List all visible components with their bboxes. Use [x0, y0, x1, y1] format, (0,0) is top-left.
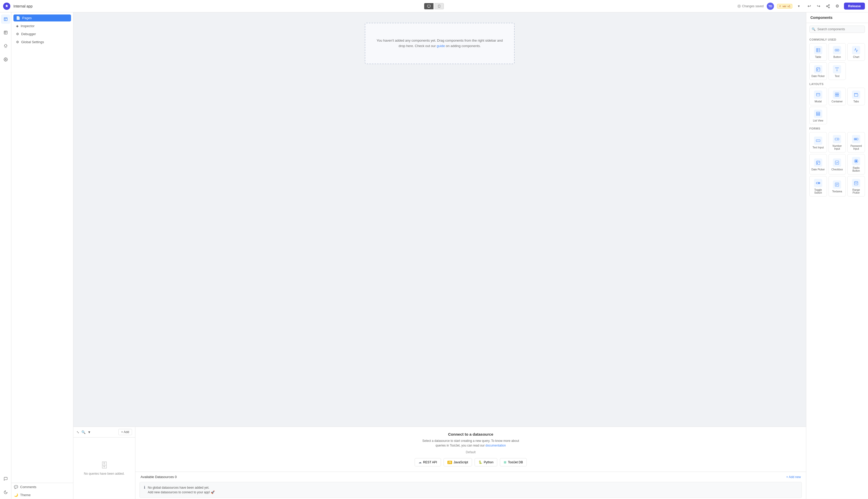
global-settings-icon: ⚙ [16, 40, 19, 44]
javascript-label: JavaScript [454, 461, 468, 464]
table-icon [814, 46, 822, 54]
main-layout: 📄 Pages ◈ Inspector ⚙ Debugger ⚙ Global … [0, 12, 868, 499]
rest-api-icon: ☁ [418, 461, 422, 464]
sidebar-item-comments[interactable] [1, 474, 10, 484]
component-text[interactable]: Text [829, 62, 846, 80]
docs-link[interactable]: documentation [486, 444, 506, 447]
version-dropdown-button[interactable]: ▾ [795, 3, 803, 10]
layouts-label: Layouts [809, 83, 865, 86]
component-number-input[interactable]: Number Input [829, 132, 846, 153]
nav-item-debugger[interactable]: ⚙ Debugger [13, 31, 71, 37]
nav-item-inspector[interactable]: ◈ Inspector [13, 23, 71, 29]
checkbox-icon [833, 158, 841, 167]
sidebar-item-pages[interactable] [1, 14, 10, 24]
sidebar-item-global-settings[interactable] [1, 55, 10, 64]
component-password-input[interactable]: Password Input [847, 132, 865, 153]
component-table[interactable]: Table [809, 43, 827, 61]
sidebar-item-inspector[interactable] [1, 28, 10, 37]
release-button[interactable]: Release [844, 3, 865, 10]
debugger-icon: ⚙ [16, 32, 19, 36]
text-input-label: Text Input [813, 146, 823, 149]
save-status: Changes saved [737, 4, 764, 8]
component-checkbox[interactable]: Checkbox [829, 154, 846, 174]
component-range-picker[interactable]: Range Picker [847, 176, 865, 196]
available-ds-label: Available Datasources 0 [140, 475, 177, 479]
component-chart[interactable]: Chart [847, 43, 865, 61]
version-number: v1 [788, 5, 791, 8]
undo-button[interactable]: ↩ [806, 3, 813, 10]
tablet-view-button[interactable] [435, 3, 444, 9]
canvas-content: You haven't added any components yet. Dr… [73, 12, 806, 427]
date-picker-label: Date Picker [812, 75, 825, 77]
component-modal[interactable]: Modal [809, 88, 827, 105]
component-button[interactable]: Button [829, 43, 846, 61]
svg-rect-8 [816, 48, 820, 52]
component-textarea[interactable]: Textarea [829, 176, 846, 196]
comments-label: Comments [20, 485, 36, 489]
nav-item-comments[interactable]: 💬 Comments [11, 483, 73, 491]
password-input-label: Password Input [848, 145, 864, 150]
nav-item-global-settings[interactable]: ⚙ Global Settings [13, 38, 71, 46]
query-empty-icon: 🗄 [101, 461, 108, 470]
debugger-label: Debugger [21, 32, 36, 36]
guide-link[interactable]: guide [437, 44, 445, 48]
settings-button[interactable]: ⚙ [834, 3, 841, 10]
python-button[interactable]: 🐍 Python [475, 458, 497, 466]
list-view-label: List View [813, 119, 823, 122]
component-container[interactable]: Container [829, 88, 846, 105]
search-queries-icon[interactable]: 🔍 [81, 430, 86, 434]
pages-icon: 📄 [16, 16, 20, 20]
svg-rect-30 [816, 161, 820, 165]
component-date-picker-form[interactable]: Date Picker [809, 154, 827, 174]
javascript-button[interactable]: JS JavaScript [443, 458, 472, 466]
share-button[interactable] [824, 3, 832, 10]
default-label: Default [466, 450, 476, 454]
forms-label: Forms [809, 127, 865, 130]
component-date-picker[interactable]: Date Picker [809, 62, 827, 80]
canvas-drop-zone[interactable]: You haven't added any components yet. Dr… [365, 23, 515, 64]
rest-api-button[interactable]: ☁ REST API [415, 458, 441, 466]
search-icon: 🔍 [812, 27, 816, 31]
add-new-datasource-button[interactable]: + Add new [787, 475, 801, 479]
tooljet-db-button[interactable]: ⊞ ToolJet DB [500, 458, 527, 466]
toggle-switch-label: Toggle Switch [811, 188, 826, 194]
commonly-used-grid: Table Button Chart [809, 43, 865, 80]
desktop-view-button[interactable] [424, 3, 433, 9]
component-tabs[interactable]: Tabs [847, 88, 865, 105]
component-text-input[interactable]: Text Input [809, 132, 827, 153]
sidebar-item-debugger[interactable] [1, 41, 10, 51]
modal-icon [814, 90, 822, 99]
expand-icon[interactable]: ⤡ [76, 430, 79, 434]
radio-button-label: Radio Button [848, 167, 864, 172]
textarea-icon [833, 181, 841, 189]
svg-point-5 [829, 7, 830, 8]
svg-rect-18 [835, 95, 837, 96]
nav-item-theme[interactable]: 🌙 Theme [11, 491, 73, 499]
tooljet-db-label: ToolJet DB [508, 461, 523, 464]
bottom-nav: 💬 Comments 🌙 Theme [11, 483, 73, 499]
svg-point-28 [856, 139, 857, 139]
add-query-button[interactable]: + Add [118, 429, 132, 435]
sidebar-item-theme[interactable] [1, 488, 10, 497]
svg-point-12 [838, 50, 838, 50]
tabs-label: Tabs [854, 100, 859, 103]
svg-rect-1 [438, 5, 440, 8]
svg-rect-15 [816, 93, 820, 96]
pages-label: Pages [22, 16, 32, 20]
component-list-view[interactable]: List View [809, 107, 827, 124]
component-radio-button[interactable]: Radio Button [847, 154, 865, 174]
filter-icon[interactable]: ▼ [88, 430, 91, 434]
number-input-icon [833, 135, 841, 143]
chart-icon [852, 46, 860, 54]
component-toggle-switch[interactable]: Toggle Switch [809, 176, 827, 196]
redo-button[interactable]: ↪ [815, 3, 822, 10]
query-list-toolbar: ⤡ 🔍 ▼ + Add [73, 427, 135, 437]
search-box: 🔍 [809, 26, 865, 33]
svg-rect-19 [837, 95, 839, 96]
nav-item-pages[interactable]: 📄 Pages [13, 14, 71, 22]
search-input[interactable] [809, 26, 865, 33]
svg-point-34 [855, 160, 857, 162]
datasource-buttons: ☁ REST API JS JavaScript 🐍 Python ⊞ [415, 458, 527, 466]
svg-rect-21 [816, 112, 820, 113]
app-title: Internal app [13, 4, 33, 8]
